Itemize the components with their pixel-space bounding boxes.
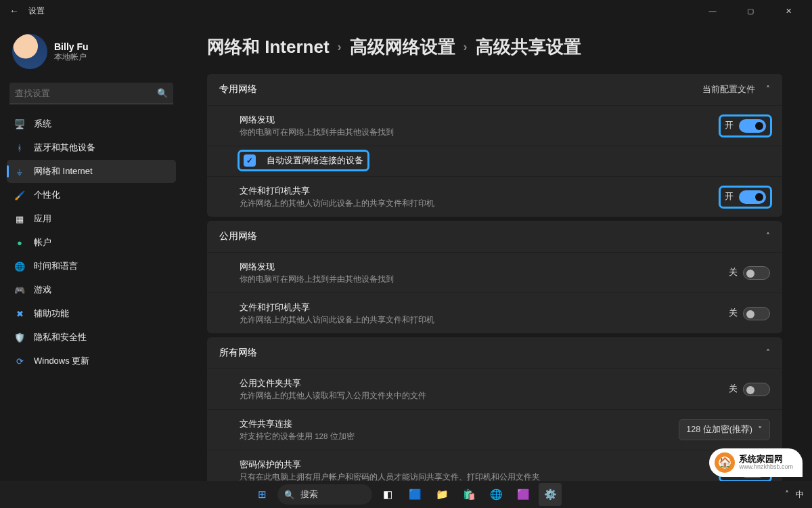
user-display-name: Billy Fu	[54, 41, 89, 52]
sidebar-item-label: 个性化	[34, 189, 60, 201]
settings-app-button[interactable]: ⚙️	[539, 483, 562, 506]
ime-indicator[interactable]: 中	[796, 489, 804, 501]
select-value: 128 位加密(推荐)	[686, 424, 752, 436]
row-desc: 你的电脑可在网络上找到并由其他设备找到	[240, 127, 394, 137]
crumb-advanced-network[interactable]: 高级网络设置	[350, 35, 455, 59]
wifi-icon: ⏚	[14, 165, 26, 177]
search-icon[interactable]: 🔍	[157, 88, 168, 98]
toggle-file-print-private[interactable]	[739, 190, 766, 204]
panel-head-public[interactable]: 公用网络 ˄	[207, 221, 782, 252]
checkbox-highlighted: ✓ 自动设置网络连接的设备	[240, 152, 367, 169]
user-block[interactable]: Billy Fu 本地帐户	[7, 30, 176, 79]
row-desc: 对支持它的设备使用 128 位加密	[240, 431, 355, 442]
bluetooth-icon: ᚼ	[14, 142, 26, 154]
chevron-up-icon: ˄	[766, 232, 770, 241]
start-button[interactable]: ⊞	[250, 483, 273, 506]
sidebar-item-label: 蓝牙和其他设备	[34, 142, 95, 154]
tray-chevron-up-icon[interactable]: ˄	[785, 490, 789, 499]
toggle-label: 关	[729, 267, 738, 278]
row-file-share-connection: 文件共享连接 对支持它的设备使用 128 位加密 128 位加密(推荐) ˅	[207, 409, 782, 450]
panel-public-network: 公用网络 ˄ 网络发现 你的电脑可在网络上找到并由其他设备找到 关 文件和打印机…	[207, 221, 782, 333]
panel-head-private[interactable]: 专用网络 当前配置文件 ˄	[207, 74, 782, 105]
row-title: 公用文件夹共享	[240, 377, 426, 389]
row-desc: 只有在此电脑上拥有用户帐户和密码的人员才能访问共享文件、打印机和公用文件夹	[240, 472, 540, 481]
row-title: 文件和打印机共享	[240, 185, 434, 197]
brush-icon: 🖌️	[14, 189, 26, 201]
minimize-button[interactable]: —	[697, 0, 728, 22]
sidebar-item-label: 帐户	[34, 236, 51, 249]
sidebar-item-label: 游戏	[34, 284, 51, 296]
apps-icon: ▦	[14, 213, 26, 225]
copilot-button[interactable]: 🟪	[512, 483, 535, 506]
row-title: 密码保护的共享	[240, 459, 540, 471]
row-title: 文件共享连接	[240, 418, 355, 430]
sidebar-item-bluetooth[interactable]: ᚼ蓝牙和其他设备	[7, 136, 176, 159]
toggle-highlighted: 开	[721, 188, 770, 207]
search-input-wrap[interactable]: 🔍	[9, 83, 173, 104]
person-icon: ●	[14, 236, 26, 249]
update-icon: ⟳	[14, 355, 26, 367]
sidebar-item-apps[interactable]: ▦应用	[7, 207, 176, 230]
sidebar-item-personalization[interactable]: 🖌️个性化	[7, 184, 176, 207]
sidebar-item-label: 辅助功能	[34, 308, 69, 320]
taskbar-search-label: 搜索	[300, 489, 318, 501]
back-icon[interactable]: ←	[9, 5, 19, 16]
toggle-label: 开	[725, 191, 734, 203]
row-file-print-private: 文件和打印机共享 允许网络上的其他人访问此设备上的共享文件和打印机 开	[207, 176, 782, 217]
toggle-file-print-public[interactable]	[743, 307, 770, 320]
toggle-network-discovery-private[interactable]	[739, 119, 766, 133]
gamepad-icon: 🎮	[14, 284, 26, 296]
sidebar-item-label: 系统	[34, 118, 51, 130]
row-desc: 你的电脑可在网络上找到并由其他设备找到	[240, 274, 394, 284]
maximize-button[interactable]: ▢	[735, 0, 766, 22]
crumb-advanced-sharing: 高级共享设置	[476, 35, 581, 59]
sidebar-item-windows-update[interactable]: ⟳Windows 更新	[7, 350, 176, 373]
toggle-label: 开	[725, 120, 734, 131]
row-desc: 允许网络上的其他人访问此设备上的共享文件和打印机	[240, 198, 434, 209]
row-file-print-public: 文件和打印机共享 允许网络上的其他人访问此设备上的共享文件和打印机 关	[207, 293, 782, 333]
explorer-button[interactable]: 📁	[430, 483, 453, 506]
toggle-label: 关	[729, 308, 738, 319]
sidebar-item-accounts[interactable]: ●帐户	[7, 231, 176, 254]
row-title: 文件和打印机共享	[240, 301, 434, 314]
panel-title: 公用网络	[219, 230, 257, 242]
sidebar-item-label: 时间和语言	[34, 260, 78, 272]
panel-title: 所有网络	[219, 347, 257, 359]
sidebar-item-network[interactable]: ⏚网络和 Internet	[7, 160, 176, 183]
row-desc: 允许网络上的其他人访问此设备上的共享文件和打印机	[240, 315, 434, 325]
taskbar-search[interactable]: 🔍 搜索	[277, 484, 372, 505]
watermark: 🏠 系统家园网 www.hnzkhbsb.com	[709, 448, 803, 477]
watermark-url: www.hnzkhbsb.com	[739, 464, 793, 471]
current-profile-tag: 当前配置文件	[702, 84, 755, 96]
panel-all-networks: 所有网络 ˄ 公用文件夹共享 允许网络上的其他人读取和写入公用文件夹中的文件 关…	[207, 337, 782, 481]
task-view-button[interactable]: ◧	[376, 483, 399, 506]
crumb-network[interactable]: 网络和 Internet	[207, 35, 330, 59]
watermark-title: 系统家园网	[739, 454, 793, 464]
sidebar-item-label: 应用	[34, 213, 51, 225]
sidebar: Billy Fu 本地帐户 🔍 🖥️系统 ᚼ蓝牙和其他设备 ⏚网络和 Inter…	[0, 22, 183, 481]
toggle-public-folder[interactable]	[743, 383, 770, 396]
panel-head-all[interactable]: 所有网络 ˄	[207, 337, 782, 368]
sidebar-item-time-language[interactable]: 🌐时间和语言	[7, 255, 176, 278]
checkbox-auto-setup[interactable]: ✓	[244, 154, 256, 167]
toggle-network-discovery-public[interactable]	[743, 266, 770, 280]
encryption-select[interactable]: 128 位加密(推荐) ˅	[679, 419, 770, 440]
toggle-label: 关	[729, 383, 738, 395]
sidebar-item-gaming[interactable]: 🎮游戏	[7, 278, 176, 301]
row-public-folder: 公用文件夹共享 允许网络上的其他人读取和写入公用文件夹中的文件 关	[207, 368, 782, 409]
search-input[interactable]	[15, 89, 157, 98]
sidebar-item-system[interactable]: 🖥️系统	[7, 112, 176, 135]
sidebar-item-privacy[interactable]: 🛡️隐私和安全性	[7, 326, 176, 349]
edge-button[interactable]: 🌐	[484, 483, 508, 506]
breadcrumb: 网络和 Internet › 高级网络设置 › 高级共享设置	[207, 35, 782, 59]
avatar	[12, 34, 47, 69]
main-content: 网络和 Internet › 高级网络设置 › 高级共享设置 专用网络 当前配置…	[183, 22, 812, 481]
widgets-button[interactable]: 🟦	[403, 483, 426, 506]
row-network-discovery-public: 网络发现 你的电脑可在网络上找到并由其他设备找到 关	[207, 252, 782, 293]
ms-store-button[interactable]: 🛍️	[457, 483, 480, 506]
row-desc: 允许网络上的其他人读取和写入公用文件夹中的文件	[240, 391, 426, 401]
shield-icon: 🛡️	[14, 331, 26, 343]
sidebar-item-accessibility[interactable]: ✖辅助功能	[7, 302, 176, 325]
app-name: 设置	[28, 5, 45, 17]
close-button[interactable]: ✕	[773, 0, 804, 22]
